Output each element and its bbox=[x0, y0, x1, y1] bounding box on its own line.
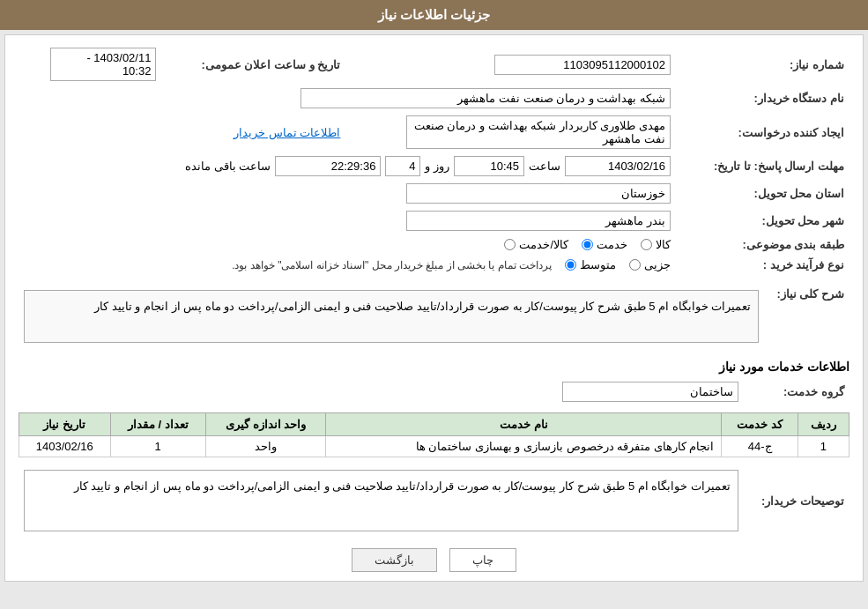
radio-jozii-item: جزیی bbox=[629, 258, 671, 271]
services-table: ردیف کد خدمت نام خدمت واحد اندازه گیری ت… bbox=[19, 412, 849, 457]
main-content: شماره نیاز: 1103095112000102 تاریخ و ساع… bbox=[4, 34, 864, 582]
ostan-input: خوزستان bbox=[406, 183, 671, 204]
shahr-value: بندر ماهشهر bbox=[19, 207, 676, 234]
tabaqe-value: کالا خدمت کالا/خدمت bbox=[19, 234, 676, 255]
header-title: جزئیات اطلاعات نیاز bbox=[378, 7, 490, 22]
cell-vahed: واحد bbox=[205, 436, 326, 457]
radio-mottaset[interactable] bbox=[565, 259, 576, 271]
sharh-box: تعمیرات خوابگاه ام 5 طبق شرح کار پیوست/ک… bbox=[24, 290, 759, 343]
nam-dastgah-input: شبکه بهداشت و درمان صنعت نفت ماهشهر bbox=[300, 88, 671, 108]
tarikh-aalan-value: 1403/02/11 - 10:32 bbox=[19, 44, 161, 85]
shomara-value: 1103095112000102 bbox=[381, 44, 676, 85]
radio-kala-item: کالا bbox=[641, 238, 671, 251]
page-header: جزئیات اطلاعات نیاز bbox=[0, 0, 868, 30]
radio-kala-khedmat-label: کالا/خدمت bbox=[519, 238, 568, 251]
sharh-label: شرح کلی نیاز: bbox=[764, 282, 849, 351]
tarikh-aalan-input: 1403/02/11 - 10:32 bbox=[50, 48, 156, 81]
shomara-label: شماره نیاز: bbox=[676, 44, 849, 85]
col-tedad: تعداد / مقدار bbox=[110, 413, 205, 436]
page-container: جزئیات اطلاعات نیاز شماره نیاز: 11030951… bbox=[0, 0, 868, 609]
goroh-value: ساختمان bbox=[19, 378, 744, 405]
radio-khedmat-item: خدمت bbox=[582, 238, 627, 251]
rooz-label: روز و bbox=[425, 160, 449, 173]
print-button[interactable]: چاپ bbox=[449, 548, 516, 572]
sharh-table: شرح کلی نیاز: تعمیرات خوابگاه ام 5 طبق ش… bbox=[19, 282, 849, 351]
radio-kala-label: کالا bbox=[656, 238, 671, 251]
rooz-input: 4 bbox=[385, 156, 420, 176]
goroh-label: گروه خدمت: bbox=[744, 378, 849, 405]
radio-kala-khedmat[interactable] bbox=[504, 239, 516, 250]
services-table-header: ردیف کد خدمت نام خدمت واحد اندازه گیری ت… bbox=[19, 413, 849, 436]
col-tarikh: تاریخ نیاز bbox=[19, 413, 111, 436]
tarikh-input: 1403/02/16 bbox=[565, 156, 671, 176]
nam-dastgah-label: نام دستگاه خریدار: bbox=[676, 85, 849, 112]
ijad-konande-label: ایجاد کننده درخواست: bbox=[676, 112, 849, 152]
mande-input: 22:29:36 bbox=[275, 156, 381, 176]
back-button[interactable]: بازگشت bbox=[352, 548, 437, 572]
radio-khedmat[interactable] bbox=[582, 239, 593, 250]
table-row: 1 ج-44 انجام کارهای متفرقه درخصوص بازساز… bbox=[19, 436, 849, 457]
nooe-faraind-value: جزیی متوسط پرداخت تمام یا بخشی از مبلغ خ… bbox=[19, 255, 676, 275]
cell-tedad: 1 bbox=[110, 436, 205, 457]
button-row: چاپ بازگشت bbox=[19, 548, 849, 572]
ostan-label: استان محل تحویل: bbox=[676, 180, 849, 207]
ostan-value: خوزستان bbox=[19, 180, 676, 207]
buyer-note-value: تعمیرات خوابگاه ام 5 طبق شرح کار پیوست/ک… bbox=[19, 466, 744, 535]
radio-jozii-label: جزیی bbox=[644, 258, 671, 271]
cell-radif: 1 bbox=[798, 436, 849, 457]
radio-khedmat-label: خدمت bbox=[597, 238, 627, 251]
nooe-faraind-label: نوع فرآیند خرید : bbox=[676, 255, 849, 275]
info-table: شماره نیاز: 1103095112000102 تاریخ و ساع… bbox=[19, 44, 849, 275]
buyer-note-table: توصیحات خریدار: تعمیرات خوابگاه ام 5 طبق… bbox=[19, 466, 849, 535]
buyer-note-box: تعمیرات خوابگاه ام 5 طبق شرح کار پیوست/ک… bbox=[24, 470, 738, 531]
goroh-input: ساختمان bbox=[562, 382, 738, 402]
shahr-label: شهر محل تحویل: bbox=[676, 207, 849, 234]
sharh-value: تعمیرات خوابگاه ام 5 طبق شرح کار پیوست/ک… bbox=[19, 282, 764, 351]
radio-mottaset-label: متوسط bbox=[580, 258, 616, 271]
radio-kala-khedmat-item: کالا/خدمت bbox=[504, 238, 568, 251]
col-vahed: واحد اندازه گیری bbox=[205, 413, 326, 436]
nam-dastgah-value: شبکه بهداشت و درمان صنعت نفت ماهشهر bbox=[19, 85, 676, 112]
tarikh-aalan-label: تاریخ و ساعت اعلان عمومی: bbox=[161, 44, 345, 85]
payment-note: پرداخت تمام یا بخشی از مبلغ خریدار محل "… bbox=[232, 259, 552, 271]
mande-label: ساعت باقی مانده bbox=[185, 160, 271, 173]
shomara-input: 1103095112000102 bbox=[494, 55, 671, 75]
khadamat-title: اطلاعات خدمات مورد نیاز bbox=[19, 360, 849, 374]
shahr-input: بندر ماهشهر bbox=[406, 211, 671, 231]
mohlet-label: مهلت ارسال پاسخ: تا تاریخ: bbox=[676, 152, 849, 180]
cell-kod: ج-44 bbox=[722, 436, 798, 457]
radio-kala[interactable] bbox=[641, 239, 652, 250]
ijad-konande-value: مهدی طلاوری کاربردار شبکه بهداشت و درمان… bbox=[345, 112, 676, 152]
buyer-note-label: توصیحات خریدار: bbox=[744, 466, 849, 535]
mohlet-row: 1403/02/16 ساعت 10:45 روز و 4 22:29:36 س… bbox=[19, 152, 676, 180]
radio-jozii[interactable] bbox=[629, 259, 641, 271]
goroh-table: گروه خدمت: ساختمان bbox=[19, 378, 849, 405]
ittila-tamas-link[interactable]: اطلاعات تماس خریدار bbox=[234, 126, 340, 139]
ijad-konande-input: مهدی طلاوری کاربردار شبکه بهداشت و درمان… bbox=[406, 115, 671, 149]
saat-label: ساعت bbox=[529, 160, 560, 173]
cell-tarikh: 1403/02/16 bbox=[19, 436, 111, 457]
tabaqe-label: طبقه بندی موضوعی: bbox=[676, 234, 849, 255]
cell-nam: انجام کارهای متفرقه درخصوص بازسازی و بهس… bbox=[326, 436, 722, 457]
col-nam: نام خدمت bbox=[326, 413, 722, 436]
col-kod: کد خدمت bbox=[722, 413, 798, 436]
saat-input: 10:45 bbox=[454, 156, 524, 176]
radio-mottaset-item: متوسط bbox=[565, 258, 616, 271]
col-radif: ردیف bbox=[798, 413, 849, 436]
